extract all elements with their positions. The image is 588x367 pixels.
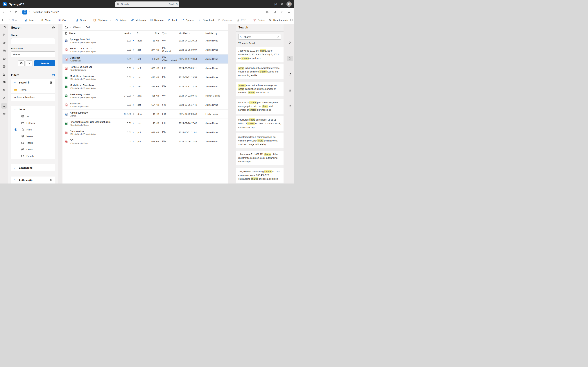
global-search-input[interactable]: Search Cmd + S [115,1,179,7]
result-snippet[interactable]: structured share purchases, up to $5 bil… [236,116,284,131]
toolbar-view-button[interactable]: View [39,17,56,23]
results-search-input[interactable]: shares [238,34,281,40]
open-panel-icon[interactable] [49,81,52,84]
result-snippet[interactable]: , there were 711,601,111 shares of the r… [236,151,284,165]
table-row[interactable]: Form 10-Q 2024-03/Clients/Apple/Project … [62,45,228,55]
avatar[interactable]: JR [286,1,292,7]
gear-icon[interactable] [280,2,284,6]
table-row[interactable]: GS/Clients/Apple/Demo0.01.pdf648 KBFile2… [62,137,228,146]
rail-check-square[interactable] [1,64,7,69]
toolbar-compare-button[interactable]: Compare [216,17,234,23]
notifications-bell-icon[interactable] [287,10,291,14]
open-panel-icon[interactable] [49,179,52,182]
table-row[interactable]: Form 10-Q 2024-Q1/Clients/Samsung0.01.pd… [62,64,228,73]
address-bar[interactable]: YOUR LOGO HERE Search in folder "Demo" [21,9,278,15]
result-snippet[interactable]: 267,486,909 outstanding shares of class … [236,168,284,183]
authors-header[interactable]: Authors (0) [11,176,55,184]
document-link-icon[interactable] [273,10,276,14]
table-row[interactable]: XFinancial Data for Car Manufacturers/Cl… [62,119,228,128]
forward-button[interactable] [8,9,13,15]
search-submit-button[interactable]: Search [34,60,55,66]
rail-search-active[interactable] [287,56,293,61]
items-option-chats[interactable]: Chats [11,146,55,153]
toolbar-delete-button[interactable]: Delete [251,17,267,23]
column-name[interactable]: Name [69,32,75,35]
result-snippet[interactable]: registered class c common stock, par val… [236,133,284,148]
breadcrumb-dell[interactable]: Dell [86,26,90,29]
rail-info[interactable] [287,24,293,30]
toolbar-download-button[interactable]: Download [196,17,216,23]
rail-chat[interactable] [1,40,7,45]
search-in-folder[interactable]: Demo [11,86,55,94]
items-option-folders[interactable]: Folders [11,120,55,126]
table-row[interactable]: Presentation/Clients/Apple/Project Alpha… [62,128,228,137]
toolbar-item-button[interactable]: Item [22,17,39,23]
items-option-notes[interactable]: Notes [11,133,55,140]
search-in-header[interactable]: Search in [11,79,55,86]
clear-search-button[interactable] [26,60,33,66]
result-snippet[interactable]: , par value $0.01 per share. as of novem… [236,47,284,62]
items-option-emails[interactable]: Emails [11,153,55,159]
radio-selected-icon[interactable] [14,128,17,131]
rail-search-active[interactable] [1,103,7,109]
toolbar-pdf-button[interactable]: PDFPDF [234,17,251,23]
refresh-button[interactable] [14,9,19,15]
folder-icon[interactable] [65,26,68,29]
result-snippet[interactable]: shares used in the basic earnings per sh… [236,82,284,96]
items-option-all[interactable]: All [11,113,55,120]
column-modified-by[interactable]: Modified by [204,32,226,35]
back-button[interactable] [2,9,7,15]
add-filter-icon[interactable] [52,73,55,77]
table-row[interactable]: XModel from Francisco/Clients/Apple/Proj… [62,73,228,82]
toolbar-attach-button[interactable]: Attach [113,17,129,23]
table-row[interactable]: XPreliminary model/Clients/Apple/Project… [62,91,228,100]
toolbar-open-button[interactable]: Open [73,17,91,23]
rail-apps[interactable] [1,111,7,117]
rail-calendar[interactable] [1,56,7,61]
search-options-button[interactable] [18,60,25,66]
help-icon[interactable]: ? [274,2,277,6]
rail-people[interactable] [1,87,7,93]
rail-mail[interactable] [1,48,7,53]
include-subfolders-row[interactable]: Include subfolders [11,94,55,101]
column-size[interactable]: Size [145,32,159,35]
result-snippet[interactable]: share is based on the weighted-average e… [236,64,284,79]
rail-folder[interactable] [1,24,7,30]
toolbar-rename-button[interactable]: Rename [148,17,165,23]
breadcrumb-clients[interactable]: Clients [73,26,80,29]
rail-note[interactable] [1,72,7,77]
column-type[interactable]: Type [159,32,179,35]
items-option-files[interactable]: Files [11,126,55,133]
rail-branch[interactable] [287,40,293,45]
name-field[interactable] [11,38,55,44]
toolbar-lock-button[interactable]: Lock [165,17,179,23]
extensions-header[interactable]: Extensions [11,164,55,171]
table-row[interactable]: WSynergy Form S-1/Clients/Apple/Project … [62,36,228,45]
column-ext[interactable]: Ext. [135,32,145,35]
rail-hash-sq[interactable] [287,103,293,109]
column-version[interactable]: Version [121,32,131,35]
items-header[interactable]: Items [11,106,55,113]
toolbar-append-button[interactable]: Append [179,17,196,23]
file-content-field[interactable] [11,51,55,57]
info-icon[interactable] [52,26,55,29]
toggle-left-panel-button[interactable] [2,17,5,23]
toolbar-go-button[interactable]: Go [56,17,71,23]
table-row[interactable]: WAdmin summary/AdminC+0.00.docx11 KBFile… [62,109,228,119]
items-option-tasks[interactable]: Tasks [11,140,55,146]
table-row[interactable]: XModel from Francisco/Clients/Apple/Proj… [62,82,228,91]
downloads-icon[interactable] [280,10,284,14]
rail-file[interactable] [1,32,7,38]
table-row[interactable]: Blackrock/Clients/Apple/Demo0.01.pdf664 … [62,100,228,109]
rail-chart[interactable] [1,95,7,101]
rail-table[interactable] [1,79,7,85]
rail-chart[interactable] [287,72,293,77]
copy-link-icon[interactable] [266,10,269,14]
column-modified[interactable]: Modified [179,32,204,35]
result-snippet[interactable]: number of shares purchased weighted aver… [236,99,284,114]
clear-icon[interactable] [277,36,279,38]
toolbar-reset-search-button[interactable]: Reset search [267,17,290,23]
toolbar-clipboard-button[interactable]: Clipboard [91,17,113,23]
rail-doc-list[interactable] [287,87,293,93]
toolbar-new-button[interactable]: New [5,17,22,23]
